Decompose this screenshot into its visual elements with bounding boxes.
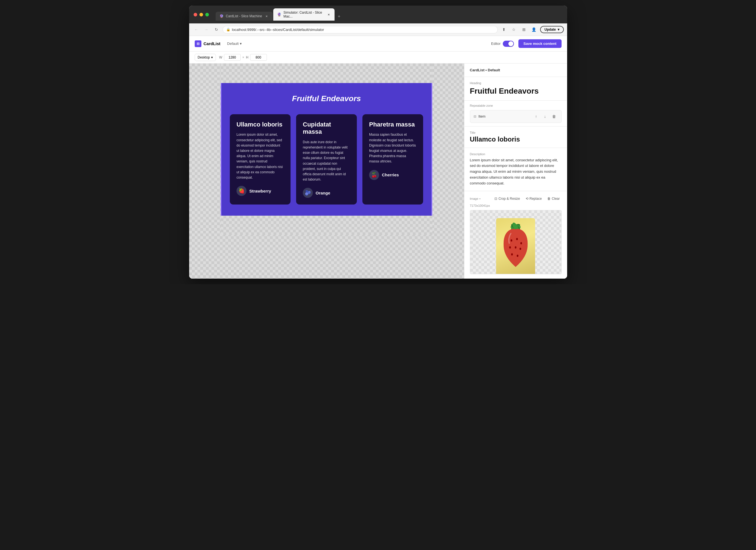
- tab-1-icon: 🔮: [220, 14, 224, 18]
- editor-label: Editor: [491, 42, 501, 46]
- tab-1-close[interactable]: ✕: [264, 14, 269, 18]
- main-layout: Fruitful Endeavors Ullamco loboris Lorem…: [189, 64, 567, 279]
- browser-window: 🔮 CardList - Slice Machine ✕ 🔮 Simulator…: [189, 6, 567, 279]
- card-2-description: Duis aute irure dolor in reprehenderit i…: [303, 140, 350, 182]
- image-label-text: Image: [470, 197, 479, 200]
- title-field-section: Title Ullamco loboris: [464, 126, 567, 148]
- back-icon: ←: [194, 27, 198, 32]
- svg-point-8: [515, 246, 516, 249]
- preview-main-title: Fruitful Endeavors: [230, 94, 423, 103]
- repeatable-zone-label: Repeatable zone: [470, 104, 562, 107]
- description-field-label: Description: [470, 152, 562, 156]
- card-3-badge: 🍒: [369, 170, 379, 180]
- cards-grid: Ullamco loboris Lorem ipsum dolor sit am…: [230, 114, 423, 205]
- bookmarks-button[interactable]: ☆: [510, 26, 518, 33]
- update-label: Update: [545, 28, 556, 31]
- svg-point-6: [520, 242, 522, 244]
- down-arrow-icon: ↓: [544, 114, 546, 119]
- address-bar[interactable]: 🔒 localhost:9999/.--src--lib--slices/Car…: [223, 26, 498, 33]
- app-toolbar: Desktop ▾ W × H: [189, 52, 567, 64]
- title-field-label: Title: [470, 131, 562, 134]
- width-label: W: [219, 55, 222, 59]
- panel-header: CardList • Default: [464, 64, 567, 77]
- tab-2-label: Simulator: CardList - Slice Mac...: [284, 11, 325, 18]
- clear-label: Clear: [552, 197, 560, 201]
- heading-value[interactable]: Fruitful Endeavors: [470, 86, 562, 96]
- update-chevron-icon: ▾: [558, 28, 559, 31]
- save-mock-content-button[interactable]: Save mock content: [518, 39, 562, 48]
- height-input[interactable]: [250, 54, 267, 61]
- update-button[interactable]: Update ▾: [540, 26, 564, 33]
- panel-header-title: CardList • Default: [470, 68, 500, 72]
- card-3-description: Massa sapien faucibus et molestie ac feu…: [369, 132, 416, 164]
- browser-tab-1[interactable]: 🔮 CardList - Slice Machine ✕: [216, 12, 273, 21]
- extensions-button[interactable]: ⊞: [520, 26, 528, 33]
- item-label: Item: [479, 114, 530, 118]
- svg-point-7: [509, 246, 511, 249]
- card-1-badge-label: Strawberry: [249, 189, 271, 193]
- preview-viewport: Fruitful Endeavors Ullamco loboris Lorem…: [221, 64, 432, 235]
- image-preview: [470, 210, 562, 274]
- svg-point-9: [520, 248, 521, 250]
- forward-button[interactable]: →: [203, 26, 210, 33]
- svg-point-5: [516, 238, 518, 240]
- item-move-up-button[interactable]: ↑: [532, 113, 540, 120]
- heading-label: Heading: [470, 81, 562, 85]
- replace-icon: ⟲: [526, 197, 528, 201]
- back-button[interactable]: ←: [192, 26, 200, 33]
- card-2: Cupidatat massa Duis aute irure dolor in…: [296, 114, 357, 205]
- image-header: Image • ⊡ Crop & Resize ⟲ Replace: [470, 196, 562, 202]
- card-1-badge: 🍓: [236, 186, 247, 196]
- card-3-emoji: 🍒: [371, 172, 377, 178]
- item-delete-button[interactable]: 🗑: [550, 113, 558, 120]
- svg-point-4: [511, 239, 512, 242]
- svg-point-10: [511, 253, 513, 255]
- device-selector[interactable]: Desktop ▾: [195, 54, 216, 61]
- traffic-light-close[interactable]: [194, 13, 197, 16]
- card-3-footer: 🍒 Cherries: [369, 170, 416, 180]
- share-button[interactable]: ⬆: [500, 26, 508, 33]
- new-tab-button[interactable]: +: [335, 12, 343, 21]
- app-container: ⊟ CardList Default ▾ Editor Save mock co…: [189, 36, 567, 279]
- traffic-light-minimize[interactable]: [199, 13, 203, 16]
- card-2-title: Cupidatat massa: [303, 121, 350, 136]
- width-input[interactable]: [224, 54, 241, 61]
- address-text: localhost:9999/.--src--lib--slices/CardL…: [232, 28, 494, 32]
- browser-titlebar: 🔮 CardList - Slice Machine ✕ 🔮 Simulator…: [189, 6, 567, 23]
- tab-2-close[interactable]: ✕: [327, 12, 331, 17]
- variant-label: Default: [227, 42, 238, 46]
- title-field-value[interactable]: Ullamco loboris: [470, 135, 562, 143]
- crop-resize-button[interactable]: ⊡ Crop & Resize: [493, 196, 521, 202]
- card-1-footer: 🍓 Strawberry: [236, 186, 284, 196]
- card-2-badge: 🫐: [303, 188, 313, 198]
- browser-tab-2[interactable]: 🔮 Simulator: CardList - Slice Mac... ✕: [273, 8, 335, 21]
- checker-top: [221, 64, 432, 83]
- app-logo: ⊟ CardList: [195, 40, 221, 47]
- dimension-separator: ×: [242, 55, 244, 59]
- replace-button[interactable]: ⟲ Replace: [524, 196, 543, 202]
- editor-toggle-group: Editor: [491, 41, 514, 47]
- item-row: ⊟ Item ↑ ↓ 🗑: [470, 110, 562, 123]
- tabs-bar: 🔮 CardList - Slice Machine ✕ 🔮 Simulator…: [216, 8, 563, 21]
- variant-chevron-icon: ▾: [240, 42, 242, 46]
- profile-button[interactable]: 👤: [530, 26, 538, 33]
- up-arrow-icon: ↑: [535, 114, 537, 119]
- app-header: ⊟ CardList Default ▾ Editor Save mock co…: [189, 36, 567, 52]
- card-2-badge-label: Orange: [316, 191, 330, 195]
- traffic-light-maximize[interactable]: [205, 13, 209, 16]
- card-1-description: Lorem ipsum dolor sit amet, consectetur …: [236, 132, 284, 180]
- checker-bottom: [221, 216, 432, 235]
- card-3-badge-label: Cherries: [382, 172, 399, 177]
- device-label: Desktop: [198, 55, 210, 59]
- nav-actions: ⬆ ☆ ⊞ 👤 Update ▾: [500, 26, 564, 33]
- description-field-section: Description Lorem ipsum dolor sit amet, …: [464, 148, 567, 191]
- description-field-value[interactable]: Lorem ipsum dolor sit amet, consectetur …: [470, 157, 562, 186]
- logo-icon: ⊟: [195, 40, 201, 47]
- refresh-button[interactable]: ↻: [213, 26, 220, 33]
- variant-button[interactable]: Default ▾: [225, 40, 244, 47]
- item-move-down-button[interactable]: ↓: [541, 113, 549, 120]
- clear-button[interactable]: 🗑 Clear: [546, 196, 562, 202]
- editor-toggle-switch[interactable]: [503, 41, 514, 47]
- card-3: Pharetra massa Massa sapien faucibus et …: [362, 114, 423, 205]
- repeatable-zone-section: Repeatable zone ⊟ Item ↑ ↓ 🗑: [464, 101, 567, 126]
